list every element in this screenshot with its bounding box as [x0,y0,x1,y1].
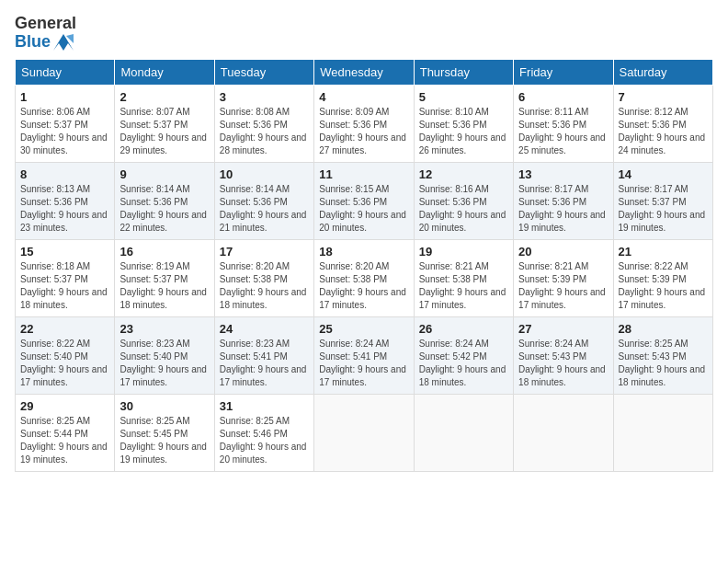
daylight-label: Daylight: 9 hours and 28 minutes. [220,132,307,155]
sunset-label: Sunset: 5:36 PM [419,197,487,207]
day-info: Sunrise: 8:19 AM Sunset: 5:37 PM Dayligh… [119,260,209,312]
daylight-label: Daylight: 9 hours and 17 minutes. [319,287,406,310]
sunrise-label: Sunrise: 8:25 AM [20,416,90,426]
day-info: Sunrise: 8:11 AM Sunset: 5:36 PM Dayligh… [518,106,608,157]
sunrise-label: Sunrise: 8:07 AM [119,107,189,117]
calendar-cell [414,394,513,471]
daylight-label: Daylight: 9 hours and 17 minutes. [119,364,207,387]
day-number: 9 [119,167,209,181]
day-info: Sunrise: 8:13 AM Sunset: 5:36 PM Dayligh… [20,183,109,235]
calendar-cell: 22 Sunrise: 8:22 AM Sunset: 5:40 PM Dayl… [16,316,115,394]
sunrise-label: Sunrise: 8:22 AM [20,339,90,349]
day-number: 7 [619,90,708,104]
sunset-label: Sunset: 5:43 PM [518,351,586,362]
sunset-label: Sunset: 5:36 PM [319,120,387,130]
sunrise-label: Sunrise: 8:06 AM [20,107,90,117]
sunset-label: Sunset: 5:36 PM [419,120,487,130]
day-number: 12 [419,167,508,181]
day-info: Sunrise: 8:17 AM Sunset: 5:36 PM Dayligh… [518,183,608,235]
daylight-label: Daylight: 9 hours and 20 minutes. [220,442,307,465]
sunrise-label: Sunrise: 8:22 AM [619,261,688,271]
sunset-label: Sunset: 5:37 PM [119,274,188,284]
sunrise-label: Sunrise: 8:20 AM [319,261,389,271]
sunrise-label: Sunrise: 8:23 AM [119,339,189,349]
day-number: 20 [518,245,608,259]
daylight-label: Daylight: 9 hours and 19 minutes. [119,442,207,465]
calendar-cell: 23 Sunrise: 8:23 AM Sunset: 5:40 PM Dayl… [115,316,214,394]
weekday-header-sunday: Sunday [16,59,115,85]
sunrise-label: Sunrise: 8:17 AM [619,184,688,194]
calendar-cell: 10 Sunrise: 8:14 AM Sunset: 5:36 PM Dayl… [214,162,313,239]
sunset-label: Sunset: 5:41 PM [319,351,387,362]
calendar-cell: 13 Sunrise: 8:17 AM Sunset: 5:36 PM Dayl… [514,162,613,239]
page-header: General Blue [15,15,713,52]
sunset-label: Sunset: 5:36 PM [20,197,88,207]
day-info: Sunrise: 8:15 AM Sunset: 5:36 PM Dayligh… [319,183,408,235]
day-info: Sunrise: 8:21 AM Sunset: 5:39 PM Dayligh… [518,260,608,312]
day-info: Sunrise: 8:18 AM Sunset: 5:37 PM Dayligh… [20,260,109,312]
week-row-3: 15 Sunrise: 8:18 AM Sunset: 5:37 PM Dayl… [16,239,713,316]
sunrise-label: Sunrise: 8:23 AM [220,339,290,349]
sunset-label: Sunset: 5:38 PM [419,274,487,284]
sunrise-label: Sunrise: 8:25 AM [619,339,688,349]
sunset-label: Sunset: 5:36 PM [119,197,188,207]
day-info: Sunrise: 8:21 AM Sunset: 5:38 PM Dayligh… [419,260,508,312]
day-number: 5 [419,90,508,104]
day-number: 30 [119,399,209,413]
calendar-table: SundayMondayTuesdayWednesdayThursdayFrid… [15,59,713,472]
daylight-label: Daylight: 9 hours and 25 minutes. [518,132,606,155]
calendar-cell: 27 Sunrise: 8:24 AM Sunset: 5:43 PM Dayl… [514,316,613,394]
daylight-label: Daylight: 9 hours and 20 minutes. [319,210,406,233]
calendar-cell: 29 Sunrise: 8:25 AM Sunset: 5:44 PM Dayl… [16,394,115,471]
day-number: 11 [319,167,408,181]
day-info: Sunrise: 8:25 AM Sunset: 5:43 PM Dayligh… [619,338,708,389]
sunset-label: Sunset: 5:42 PM [419,351,487,362]
logo-wave-icon [53,34,74,51]
calendar-cell: 12 Sunrise: 8:16 AM Sunset: 5:36 PM Dayl… [414,162,513,239]
day-info: Sunrise: 8:25 AM Sunset: 5:44 PM Dayligh… [20,415,109,466]
day-number: 13 [518,167,608,181]
day-info: Sunrise: 8:06 AM Sunset: 5:37 PM Dayligh… [20,106,109,157]
sunset-label: Sunset: 5:38 PM [319,274,387,284]
sunset-label: Sunset: 5:40 PM [20,351,88,362]
sunrise-label: Sunrise: 8:09 AM [319,107,389,117]
daylight-label: Daylight: 9 hours and 18 minutes. [518,364,606,387]
day-number: 25 [319,322,408,336]
sunrise-label: Sunrise: 8:21 AM [419,261,489,271]
calendar-cell: 31 Sunrise: 8:25 AM Sunset: 5:46 PM Dayl… [214,394,313,471]
sunset-label: Sunset: 5:39 PM [619,274,687,284]
daylight-label: Daylight: 9 hours and 17 minutes. [518,287,606,310]
daylight-label: Daylight: 9 hours and 18 minutes. [419,364,506,387]
day-number: 31 [220,399,309,413]
day-number: 6 [518,90,608,104]
day-number: 28 [619,322,708,336]
logo-text-block: General Blue [15,15,76,52]
sunrise-label: Sunrise: 8:10 AM [419,107,489,117]
weekday-header-row: SundayMondayTuesdayWednesdayThursdayFrid… [16,59,713,85]
sunrise-label: Sunrise: 8:19 AM [119,261,189,271]
weekday-header-saturday: Saturday [613,59,712,85]
sunset-label: Sunset: 5:43 PM [619,351,687,362]
calendar-cell: 16 Sunrise: 8:19 AM Sunset: 5:37 PM Dayl… [115,239,214,316]
daylight-label: Daylight: 9 hours and 18 minutes. [619,364,706,387]
day-number: 1 [20,90,109,104]
day-number: 16 [119,245,209,259]
calendar-cell: 11 Sunrise: 8:15 AM Sunset: 5:36 PM Dayl… [314,162,414,239]
sunrise-label: Sunrise: 8:14 AM [119,184,189,194]
day-number: 17 [220,245,309,259]
sunset-label: Sunset: 5:36 PM [619,120,687,130]
sunset-label: Sunset: 5:44 PM [20,429,88,439]
sunset-label: Sunset: 5:37 PM [20,120,88,130]
day-number: 29 [20,399,109,413]
week-row-5: 29 Sunrise: 8:25 AM Sunset: 5:44 PM Dayl… [16,394,713,471]
day-number: 15 [20,245,109,259]
day-number: 26 [419,322,508,336]
calendar-cell: 7 Sunrise: 8:12 AM Sunset: 5:36 PM Dayli… [613,85,712,162]
day-info: Sunrise: 8:25 AM Sunset: 5:45 PM Dayligh… [119,415,209,466]
daylight-label: Daylight: 9 hours and 24 minutes. [619,132,706,155]
day-number: 14 [619,167,708,181]
daylight-label: Daylight: 9 hours and 17 minutes. [419,287,506,310]
sunset-label: Sunset: 5:40 PM [119,351,188,362]
sunset-label: Sunset: 5:45 PM [119,429,188,439]
day-number: 8 [20,167,109,181]
